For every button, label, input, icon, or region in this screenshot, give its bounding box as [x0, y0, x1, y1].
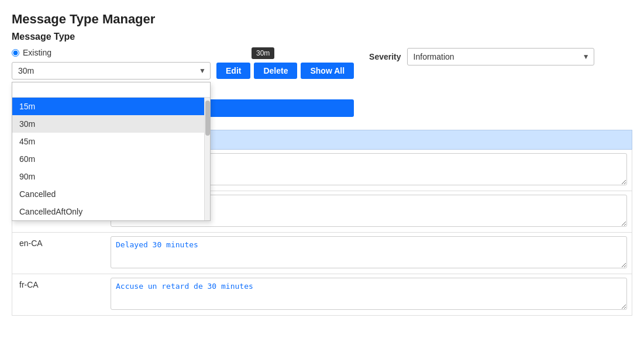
delete-button[interactable]: Delete: [254, 63, 297, 79]
severity-select-wrapper: Information Warning Error Critical ▼: [407, 48, 594, 65]
table-row: fr-CA Accuse un retard de 30 minutes: [12, 274, 632, 316]
list-item[interactable]: 30m: [12, 115, 204, 133]
severity-label: Severity: [369, 52, 401, 61]
list-item[interactable]: 45m: [12, 133, 204, 150]
page-subtitle: Message Type: [12, 32, 632, 42]
show-all-button[interactable]: Show All: [301, 63, 354, 79]
dropdown-search-input[interactable]: [12, 82, 210, 98]
message-input-en-ca-wrapper: Delayed 30 minutes: [106, 233, 632, 274]
radio-existing[interactable]: Existing: [12, 48, 354, 57]
list-item[interactable]: 90m: [12, 168, 204, 185]
message-type-select[interactable]: 30m: [12, 62, 211, 80]
scrollbar[interactable]: [204, 98, 210, 220]
message-input-en-ca[interactable]: Delayed 30 minutes: [111, 236, 627, 268]
severity-section: Severity Information Warning Error Criti…: [369, 48, 594, 65]
table-row: en-CA Delayed 30 minutes: [12, 233, 632, 274]
severity-select[interactable]: Information Warning Error Critical: [407, 48, 594, 65]
lang-label-fr-ca: fr-CA: [12, 274, 106, 315]
message-input-fr-ca[interactable]: Accuse un retard de 30 minutes: [111, 278, 627, 310]
list-item[interactable]: CancelledAftOnly: [12, 203, 204, 220]
radio-existing-input[interactable]: [12, 49, 19, 57]
action-buttons: 30m Edit Delete Show All: [216, 63, 354, 79]
list-item[interactable]: 15m: [12, 98, 204, 115]
message-input-fr-ca-wrapper: Accuse un retard de 30 minutes: [106, 274, 632, 315]
dropdown-overlay: 15m 30m 45m 60m 90m Cancelled CancelledA…: [12, 82, 211, 221]
edit-button[interactable]: Edit: [216, 63, 250, 79]
list-item[interactable]: 60m: [12, 150, 204, 168]
page-title: Message Type Manager: [12, 12, 632, 27]
dropdown-items: 15m 30m 45m 60m 90m Cancelled CancelledA…: [12, 98, 204, 220]
dropdown-list: 15m 30m 45m 60m 90m Cancelled CancelledA…: [12, 98, 210, 220]
radio-existing-label: Existing: [23, 48, 51, 57]
list-item[interactable]: Cancelled: [12, 185, 204, 203]
lang-label-en-ca: en-CA: [12, 233, 106, 274]
tooltip: 30m: [252, 47, 274, 59]
scrollbar-thumb: [205, 101, 210, 136]
